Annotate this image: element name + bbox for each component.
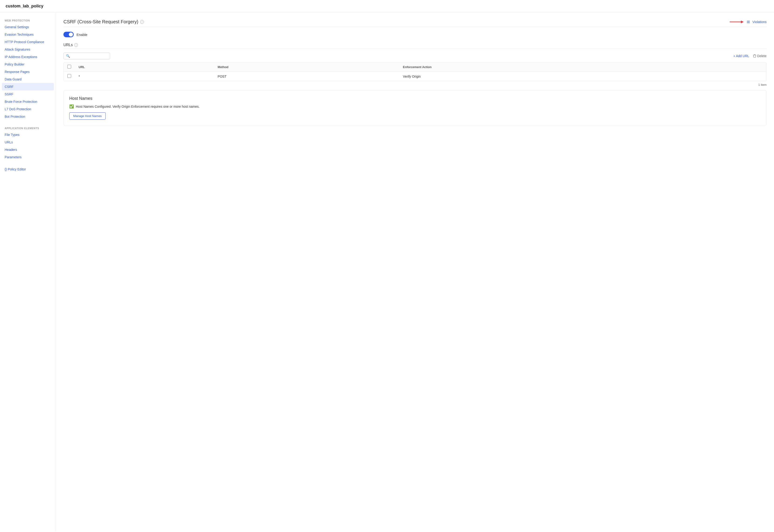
- header-divider: [63, 27, 767, 27]
- info-icon[interactable]: i: [140, 20, 144, 24]
- web-protection-section-label: WEB PROTECTION: [0, 17, 56, 23]
- page-header: CSRF (Cross-Site Request Forgery) i Viol…: [63, 19, 767, 24]
- table-header-url: URL: [75, 62, 214, 72]
- urls-divider: [63, 48, 767, 49]
- host-names-title: Host Names: [69, 96, 761, 101]
- violations-list-icon: [746, 20, 750, 24]
- manage-host-names-button[interactable]: Manage Host Names: [69, 112, 106, 120]
- sidebar-item-parameters[interactable]: Parameters: [0, 153, 56, 161]
- row-enforcement-cell: Verify Origin: [399, 72, 766, 81]
- host-names-card: Host Names ✅ Host Names Configured. Veri…: [63, 90, 767, 125]
- sidebar: WEB PROTECTION General Settings Evasion …: [0, 13, 56, 531]
- add-url-button[interactable]: + Add URL: [733, 54, 749, 58]
- sidebar-item-headers[interactable]: Headers: [0, 146, 56, 153]
- red-arrow-icon: [730, 20, 744, 24]
- policy-name: custom_lab_policy: [6, 4, 768, 9]
- enable-toggle[interactable]: [63, 32, 74, 37]
- delete-button[interactable]: Delete: [753, 54, 767, 58]
- sidebar-item-brute-force-protection[interactable]: Brute Force Protection: [0, 98, 56, 105]
- host-names-status: ✅ Host Names Configured. Verify Origin E…: [69, 104, 761, 109]
- application-elements-section-label: APPLICATION ELEMENTS: [0, 125, 56, 131]
- main-content: CSRF (Cross-Site Request Forgery) i Viol…: [56, 13, 774, 531]
- sidebar-item-ssrf[interactable]: SSRF: [0, 90, 56, 98]
- item-count: 1 item: [63, 83, 767, 86]
- table-header-row: URL Method Enforcement Action: [64, 62, 766, 72]
- trash-icon: [753, 54, 756, 58]
- table-header-checkbox: [64, 62, 75, 72]
- sidebar-item-http-protocol-compliance[interactable]: HTTP Protocol Compliance: [0, 38, 56, 46]
- violations-button[interactable]: Violations: [730, 20, 767, 24]
- select-all-checkbox[interactable]: [67, 65, 71, 69]
- urls-toolbar: 🔍 + Add URL Delete: [63, 52, 767, 59]
- sidebar-item-data-guard[interactable]: Data Guard: [0, 76, 56, 83]
- row-checkbox-cell: [64, 72, 75, 81]
- table-row[interactable]: * POST Verify Origin: [64, 72, 766, 81]
- urls-section-title: URLs i: [63, 43, 767, 47]
- enable-toggle-row: Enable: [63, 32, 767, 37]
- check-circle-icon: ✅: [69, 104, 74, 109]
- sidebar-item-ip-address-exceptions[interactable]: IP Address Exceptions: [0, 53, 56, 61]
- search-box[interactable]: 🔍: [63, 52, 110, 59]
- sidebar-item-attack-signatures[interactable]: Attack Signatures: [0, 46, 56, 53]
- urls-table-container: URL Method Enforcement Action: [63, 62, 767, 81]
- sidebar-item-policy-editor[interactable]: {} Policy Editor: [5, 166, 51, 173]
- sidebar-item-response-pages[interactable]: Response Pages: [0, 68, 56, 76]
- row-method-cell: POST: [214, 72, 399, 81]
- search-input[interactable]: [71, 54, 107, 58]
- sidebar-item-file-types[interactable]: File Types: [0, 131, 56, 138]
- urls-table: URL Method Enforcement Action: [64, 62, 766, 81]
- sidebar-item-l7-dos-protection[interactable]: L7 DoS Protection: [0, 105, 56, 113]
- row-url-cell: *: [75, 72, 214, 81]
- sidebar-item-policy-builder[interactable]: Policy Builder: [0, 61, 56, 68]
- page-title: CSRF (Cross-Site Request Forgery) i: [63, 19, 144, 24]
- urls-info-icon[interactable]: i: [74, 43, 78, 47]
- sidebar-item-bot-protection[interactable]: Bot Protection: [0, 113, 56, 120]
- table-header-method: Method: [214, 62, 399, 72]
- svg-marker-1: [741, 21, 744, 23]
- toolbar-actions: + Add URL Delete: [733, 54, 767, 58]
- search-icon: 🔍: [66, 54, 70, 58]
- toggle-label: Enable: [76, 33, 87, 37]
- sidebar-item-general-settings[interactable]: General Settings: [0, 23, 56, 31]
- sidebar-item-urls[interactable]: URLs: [0, 138, 56, 146]
- sidebar-item-csrf[interactable]: CSRF: [2, 83, 54, 90]
- sidebar-item-evasion-techniques[interactable]: Evasion Techniques: [0, 31, 56, 38]
- table-header-enforcement-action: Enforcement Action: [399, 62, 766, 72]
- row-checkbox[interactable]: [67, 74, 71, 78]
